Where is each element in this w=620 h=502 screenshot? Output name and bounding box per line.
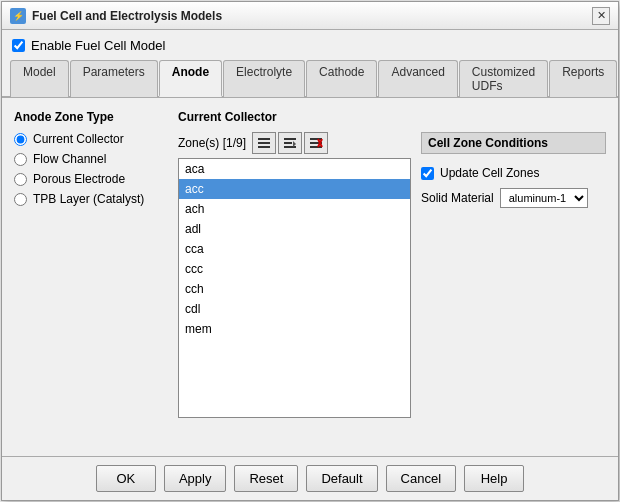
tabs-bar: Model Parameters Anode Electrolyte Catho… bbox=[2, 59, 618, 98]
zone-deselect-button[interactable] bbox=[278, 132, 302, 154]
solid-material-select[interactable]: aluminum-1 steel copper bbox=[500, 188, 588, 208]
zone-remove-button[interactable] bbox=[304, 132, 328, 154]
cancel-button[interactable]: Cancel bbox=[386, 465, 456, 492]
radio-item-porous-electrode[interactable]: Porous Electrode bbox=[14, 172, 164, 186]
enable-fuel-cell-checkbox[interactable] bbox=[12, 39, 25, 52]
deselect-icon bbox=[283, 136, 297, 150]
zones-label: Zone(s) [1/9] bbox=[178, 136, 246, 150]
zone-item-aca[interactable]: aca bbox=[179, 159, 410, 179]
radio-current-collector[interactable] bbox=[14, 133, 27, 146]
cell-zone-panel: Cell Zone Conditions Update Cell Zones S… bbox=[421, 132, 606, 444]
radio-flow-channel[interactable] bbox=[14, 153, 27, 166]
enable-fuel-cell-label[interactable]: Enable Fuel Cell Model bbox=[31, 38, 165, 53]
zones-header: Zone(s) [1/9] bbox=[178, 132, 411, 154]
radio-tpb-layer[interactable] bbox=[14, 193, 27, 206]
svg-rect-7 bbox=[310, 138, 322, 140]
tab-cathode[interactable]: Cathode bbox=[306, 60, 377, 97]
radio-flow-channel-label: Flow Channel bbox=[33, 152, 106, 166]
tab-reports[interactable]: Reports bbox=[549, 60, 617, 97]
zones-list[interactable]: aca acc ach adl cca ccc cch cdl mem bbox=[178, 158, 411, 418]
solid-material-row: Solid Material aluminum-1 steel copper bbox=[421, 188, 606, 208]
zone-item-ach[interactable]: ach bbox=[179, 199, 410, 219]
svg-rect-0 bbox=[258, 138, 270, 140]
reset-button[interactable]: Reset bbox=[234, 465, 298, 492]
zone-select-all-button[interactable] bbox=[252, 132, 276, 154]
default-button[interactable]: Default bbox=[306, 465, 377, 492]
radio-group: Current Collector Flow Channel Porous El… bbox=[14, 132, 164, 206]
update-cell-zones-checkbox[interactable] bbox=[421, 167, 434, 180]
radio-item-flow-channel[interactable]: Flow Channel bbox=[14, 152, 164, 166]
svg-rect-2 bbox=[258, 146, 270, 148]
title-bar-left: ⚡ Fuel Cell and Electrolysis Models bbox=[10, 8, 222, 24]
cell-zone-conditions-title: Cell Zone Conditions bbox=[421, 132, 606, 154]
main-window: ⚡ Fuel Cell and Electrolysis Models ✕ En… bbox=[1, 1, 619, 501]
cell-zone-content: Update Cell Zones Solid Material aluminu… bbox=[421, 162, 606, 212]
tab-electrolyte[interactable]: Electrolyte bbox=[223, 60, 305, 97]
update-cell-zones-label[interactable]: Update Cell Zones bbox=[440, 166, 539, 180]
zone-item-cca[interactable]: cca bbox=[179, 239, 410, 259]
svg-rect-4 bbox=[284, 142, 292, 144]
svg-rect-3 bbox=[284, 138, 296, 140]
window-title: Fuel Cell and Electrolysis Models bbox=[32, 9, 222, 23]
apply-button[interactable]: Apply bbox=[164, 465, 227, 492]
right-panel: Current Collector Zone(s) [1/9] bbox=[178, 110, 606, 444]
current-collector-title: Current Collector bbox=[178, 110, 606, 124]
app-icon: ⚡ bbox=[10, 8, 26, 24]
tab-customized-udfs[interactable]: Customized UDFs bbox=[459, 60, 548, 97]
select-all-icon bbox=[257, 136, 271, 150]
left-panel: Anode Zone Type Current Collector Flow C… bbox=[14, 110, 164, 444]
solid-material-label: Solid Material bbox=[421, 191, 494, 205]
radio-current-collector-label: Current Collector bbox=[33, 132, 124, 146]
zone-item-cch[interactable]: cch bbox=[179, 279, 410, 299]
zones-panel: Zone(s) [1/9] bbox=[178, 132, 411, 444]
svg-rect-5 bbox=[284, 146, 296, 148]
remove-icon bbox=[309, 136, 323, 150]
update-cell-zones-row: Update Cell Zones bbox=[421, 166, 606, 180]
tab-anode[interactable]: Anode bbox=[159, 60, 222, 97]
close-button[interactable]: ✕ bbox=[592, 7, 610, 25]
tab-model[interactable]: Model bbox=[10, 60, 69, 97]
radio-item-current-collector[interactable]: Current Collector bbox=[14, 132, 164, 146]
radio-porous-electrode[interactable] bbox=[14, 173, 27, 186]
ok-button[interactable]: OK bbox=[96, 465, 156, 492]
anode-zone-type-title: Anode Zone Type bbox=[14, 110, 164, 124]
svg-rect-1 bbox=[258, 142, 270, 144]
footer: OK Apply Reset Default Cancel Help bbox=[2, 456, 618, 500]
help-button[interactable]: Help bbox=[464, 465, 524, 492]
zone-item-cdl[interactable]: cdl bbox=[179, 299, 410, 319]
svg-rect-9 bbox=[310, 146, 322, 148]
collector-body: Zone(s) [1/9] bbox=[178, 132, 606, 444]
zone-item-adl[interactable]: adl bbox=[179, 219, 410, 239]
zone-item-ccc[interactable]: ccc bbox=[179, 259, 410, 279]
tab-advanced[interactable]: Advanced bbox=[378, 60, 457, 97]
radio-porous-electrode-label: Porous Electrode bbox=[33, 172, 125, 186]
content-area: Anode Zone Type Current Collector Flow C… bbox=[2, 98, 618, 456]
radio-tpb-layer-label: TPB Layer (Catalyst) bbox=[33, 192, 144, 206]
zone-buttons bbox=[252, 132, 328, 154]
radio-item-tpb-layer[interactable]: TPB Layer (Catalyst) bbox=[14, 192, 164, 206]
enable-fuel-cell-row: Enable Fuel Cell Model bbox=[2, 30, 618, 59]
tab-parameters[interactable]: Parameters bbox=[70, 60, 158, 97]
title-bar: ⚡ Fuel Cell and Electrolysis Models ✕ bbox=[2, 2, 618, 30]
zone-item-mem[interactable]: mem bbox=[179, 319, 410, 339]
zone-item-acc[interactable]: acc bbox=[179, 179, 410, 199]
